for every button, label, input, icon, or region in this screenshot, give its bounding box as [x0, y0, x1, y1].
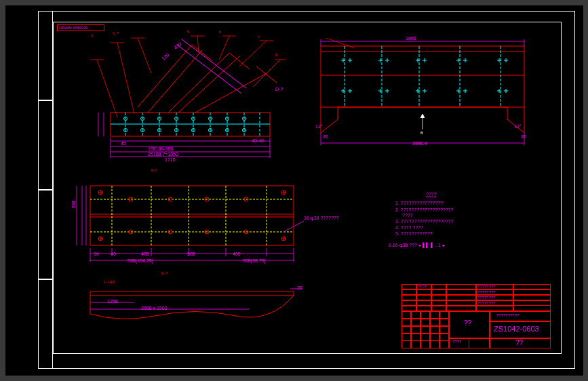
note-4: 4. ???? ???? [395, 225, 423, 230]
dim-ml-b3: 40 [111, 252, 116, 256]
svg-line-45 [219, 36, 229, 60]
tb-r0: ???????? [477, 285, 496, 289]
dim-tr-top: 1890 [406, 36, 416, 41]
dim-ml-b2: 16 [94, 252, 99, 256]
dim-ml-b8: 560(38.75) [243, 258, 266, 263]
note-5: 5. ???????????? [395, 231, 433, 236]
balloon-8: 8 [275, 53, 277, 57]
svg-line-4 [195, 73, 267, 113]
dim-bot-span: 2500 x 1500 [141, 306, 168, 310]
dim-tl-b3: 25108.7=1050 [148, 152, 178, 157]
tb-sf4: ???? [452, 340, 461, 344]
svg-line-47 [239, 41, 267, 66]
svg-line-37 [97, 60, 117, 117]
dim-tr-ang-r: 12° [514, 124, 522, 129]
section-b-mark: B [420, 131, 423, 135]
dim-tl-gap: 40-40 [252, 138, 264, 143]
dim-tl-b4: 1170 [165, 157, 176, 162]
dim-ml-b6: 580 [187, 252, 195, 256]
tb-r2: ???????? [477, 296, 496, 300]
svg-rect-77 [90, 186, 294, 245]
note-2b: ???? [402, 213, 413, 218]
tb-bottom: ?? [515, 339, 523, 346]
dim-tl-b1: 45 [121, 141, 126, 146]
dim-bot-ro: 20 [297, 285, 302, 290]
svg-rect-59 [321, 46, 524, 107]
balloon-5: 5 [187, 30, 189, 34]
svg-line-8 [182, 39, 246, 88]
tb-rh: ?????????? [496, 313, 519, 317]
svg-line-6 [229, 53, 250, 69]
svg-line-41 [138, 38, 151, 73]
svg-line-43 [197, 36, 199, 53]
notes-heading: ???? [426, 192, 437, 197]
dim-ml-b5: 580(104.25) [128, 258, 153, 263]
view-top-right [307, 38, 545, 157]
note-3: 3. ???????????????????? [395, 219, 454, 224]
balloon-3: C-? [113, 31, 119, 35]
note-footer: 6.16-φ38 ??? ● ▌▌ ▌ . 1 ● [389, 243, 445, 247]
dim-bot-lo: 1250 [107, 299, 118, 304]
dim-tr-off-r: 20 [521, 134, 526, 139]
tb-r3: ???????? [477, 301, 496, 305]
dim-tr-bot: 2890.4 [412, 141, 427, 146]
dim-ml-v1: 698 [71, 201, 76, 209]
tb-center: ?? [464, 319, 471, 327]
note-2: 2. ???????????????????? [395, 207, 454, 212]
callout-tl-d: D-? [275, 87, 283, 92]
balloon-6: 6 [219, 30, 221, 34]
tb-dwgno: ZS1042-0603 [494, 325, 539, 333]
tb-sf: ???? [418, 285, 427, 289]
view-label-ml: D-? [161, 271, 168, 275]
view-bottom [80, 283, 304, 331]
cad-viewport[interactable]: DRAW-XM0195 [5, 5, 583, 376]
revision-stamp: DRAW-XM0195 [57, 24, 104, 31]
title-block: ???????? ???????? ???????? ???????? ????… [401, 284, 551, 348]
svg-line-3 [178, 56, 239, 113]
svg-line-49 [253, 60, 280, 87]
dim-tl-b2: 150186-980 [148, 146, 173, 151]
left-ruler [38, 11, 53, 369]
svg-line-9 [177, 45, 241, 94]
svg-line-39 [117, 43, 134, 114]
dim-tr-ang-l: 12° [315, 124, 323, 129]
balloon-7: 7 [258, 35, 260, 39]
callout-ml: 16-φ38 ??????? [304, 216, 339, 220]
dim-tr-off-l: 20 [323, 134, 328, 139]
view-label-bottom: F-H10 [104, 280, 115, 284]
balloon-2: 2 [91, 34, 93, 38]
dim-ml-b4: 480 [141, 252, 149, 256]
dim-ml-b7: 480 [233, 252, 241, 256]
tb-r1: ???????? [477, 290, 496, 294]
stamp-text: DRAW-XM0195 [59, 26, 87, 30]
view-mid-left [70, 180, 307, 275]
note-1: 1. ???????????????? [395, 201, 443, 205]
view-label-tl: E-? [151, 168, 157, 172]
svg-line-1 [148, 50, 202, 113]
svg-line-74 [311, 38, 355, 48]
